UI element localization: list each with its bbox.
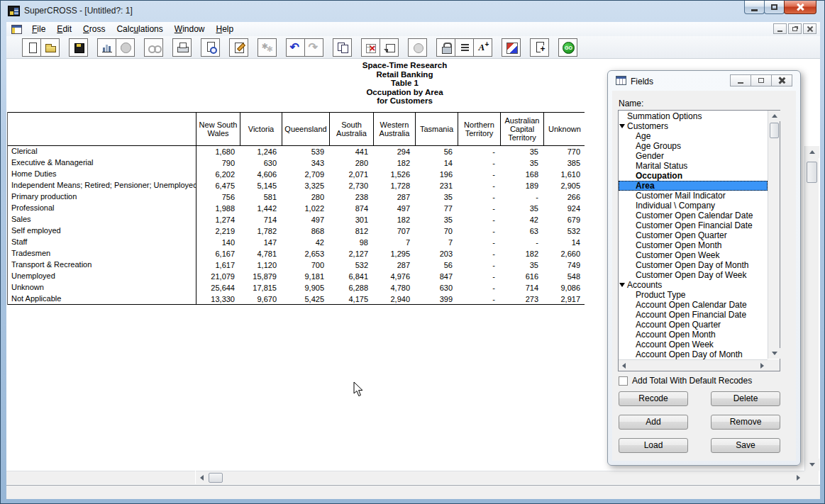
table-cell[interactable]: 532 <box>329 261 373 269</box>
table-cell[interactable]: - <box>458 238 500 247</box>
table-cell[interactable]: 6,475 <box>196 181 240 190</box>
field-item-age[interactable]: Age <box>619 131 768 141</box>
table-cell[interactable]: 714 <box>500 284 543 292</box>
field-item-occupation[interactable]: Occupation <box>619 171 768 181</box>
table-cell[interactable]: 13,330 <box>196 295 240 303</box>
table-cell[interactable]: 2,917 <box>543 295 585 303</box>
table-cell[interactable]: 1,728 <box>373 181 415 190</box>
table-cell[interactable]: 147 <box>240 238 282 247</box>
table-cell[interactable]: 4,780 <box>373 284 415 292</box>
redo-button[interactable] <box>304 38 323 57</box>
table-cell[interactable]: - <box>458 181 500 190</box>
dialog-close-button[interactable] <box>771 74 792 86</box>
add-document-button[interactable] <box>530 38 549 57</box>
table-cell[interactable]: 301 <box>329 215 373 224</box>
table-cell[interactable]: 7 <box>415 238 458 247</box>
table-cell[interactable]: 35 <box>500 204 543 213</box>
table-cell[interactable]: 1,617 <box>196 261 240 269</box>
table-cell[interactable]: 1,610 <box>543 170 585 179</box>
stop-button[interactable] <box>408 38 427 57</box>
menu-file[interactable]: File <box>26 23 51 35</box>
menu-help[interactable]: Help <box>210 23 239 35</box>
field-item-account-open-quarter[interactable]: Account Open Quarter <box>619 320 768 330</box>
table-cell[interactable]: 756 <box>196 193 240 201</box>
column-header-queensland[interactable]: Queensland <box>282 113 329 145</box>
table-cell[interactable]: 280 <box>282 193 329 201</box>
undo-button[interactable] <box>286 38 305 57</box>
column-header-western-australia[interactable]: Western Australia <box>373 113 415 145</box>
field-list-button[interactable] <box>455 38 474 57</box>
table-cell[interactable]: 4,976 <box>373 272 415 281</box>
table-cell[interactable]: - <box>458 215 500 224</box>
menu-edit[interactable]: Edit <box>51 23 77 35</box>
field-item-summation-options[interactable]: Summation Options <box>619 111 768 121</box>
table-cell[interactable]: 35 <box>500 147 543 156</box>
table-cell[interactable]: 287 <box>373 261 415 269</box>
menu-window[interactable]: Window <box>169 23 211 35</box>
table-cell[interactable]: 35 <box>415 215 458 224</box>
field-item-account-open-week[interactable]: Account Open Week <box>619 340 768 349</box>
table-cell[interactable]: 77 <box>415 204 458 213</box>
table-cell[interactable]: 2,940 <box>373 295 415 303</box>
table-cell[interactable]: 1,295 <box>373 250 415 258</box>
dialog-maximize-button[interactable] <box>751 74 772 86</box>
table-cell[interactable]: 98 <box>329 238 373 247</box>
field-item-marital-status[interactable]: Marital Status <box>619 161 768 171</box>
table-cell[interactable]: 1,680 <box>196 147 240 156</box>
table-cell[interactable]: 5,425 <box>282 295 329 303</box>
table-cell[interactable]: 1,988 <box>196 204 240 213</box>
table-cell[interactable]: 2,709 <box>282 170 329 179</box>
colors-button[interactable] <box>502 38 521 57</box>
row-label[interactable]: Executive & Managerial <box>8 157 196 169</box>
table-cell[interactable]: 1,022 <box>282 204 329 213</box>
mdi-minimize-button[interactable] <box>773 23 787 34</box>
field-item-product-type[interactable]: Product Type <box>619 290 768 300</box>
row-label[interactable]: Sales <box>8 214 196 225</box>
scroll-right-button[interactable] <box>792 471 804 484</box>
row-label[interactable]: Self employed <box>8 225 196 237</box>
column-header-new-south-wales[interactable]: New South Wales <box>196 113 240 145</box>
table-cell[interactable]: 630 <box>415 284 458 292</box>
table-cell[interactable]: 14 <box>543 238 585 247</box>
expanded-arrow-icon[interactable] <box>619 283 625 287</box>
table-cell[interactable]: 700 <box>282 261 329 269</box>
table-cell[interactable]: 3,325 <box>282 181 329 190</box>
table-cell[interactable]: 868 <box>282 227 329 235</box>
column-header-tasmania[interactable]: Tasmania <box>415 113 458 145</box>
table-cell[interactable]: 399 <box>415 295 458 303</box>
table-cell[interactable]: 1,442 <box>240 204 282 213</box>
table-cell[interactable]: - <box>458 193 500 201</box>
save-button[interactable] <box>69 38 88 57</box>
table-cell[interactable]: 182 <box>500 250 543 258</box>
table-cell[interactable]: - <box>500 238 543 247</box>
table-cell[interactable]: 790 <box>196 159 240 167</box>
list-scroll-left-button[interactable] <box>619 360 629 371</box>
table-cell[interactable]: 42 <box>282 238 329 247</box>
table-cell[interactable]: 25,644 <box>196 284 240 292</box>
table-cell[interactable]: 273 <box>500 295 543 303</box>
table-cell[interactable]: 70 <box>415 227 458 235</box>
dialog-minimize-button[interactable] <box>730 74 751 86</box>
table-cell[interactable]: 15,879 <box>240 272 282 281</box>
list-scroll-down-button[interactable] <box>768 348 780 359</box>
table-cell[interactable]: 1,782 <box>240 227 282 235</box>
table-cell[interactable]: - <box>458 272 500 281</box>
table-cell[interactable]: 385 <box>543 159 585 167</box>
table-cell[interactable]: 21,079 <box>196 272 240 281</box>
field-item-customer-open-day-of-week[interactable]: Customer Open Day of Week <box>619 270 768 280</box>
bar-chart-button[interactable] <box>97 38 116 57</box>
delete-table-button[interactable] <box>361 38 380 57</box>
table-cell[interactable]: 707 <box>373 227 415 235</box>
mdi-restore-button[interactable] <box>788 23 802 34</box>
table-cell[interactable]: 1,526 <box>373 170 415 179</box>
table-cell[interactable]: 203 <box>415 250 458 258</box>
table-cell[interactable]: 532 <box>543 227 585 235</box>
save-button[interactable]: Save <box>711 438 780 453</box>
horizontal-scroll-thumb[interactable] <box>209 473 223 483</box>
vertical-scroll-thumb[interactable] <box>807 162 817 183</box>
find-button[interactable] <box>144 38 163 57</box>
table-cell[interactable]: 9,905 <box>282 284 329 292</box>
table-cell[interactable]: 581 <box>240 193 282 201</box>
table-cell[interactable]: 343 <box>282 159 329 167</box>
table-cell[interactable]: 2,219 <box>196 227 240 235</box>
